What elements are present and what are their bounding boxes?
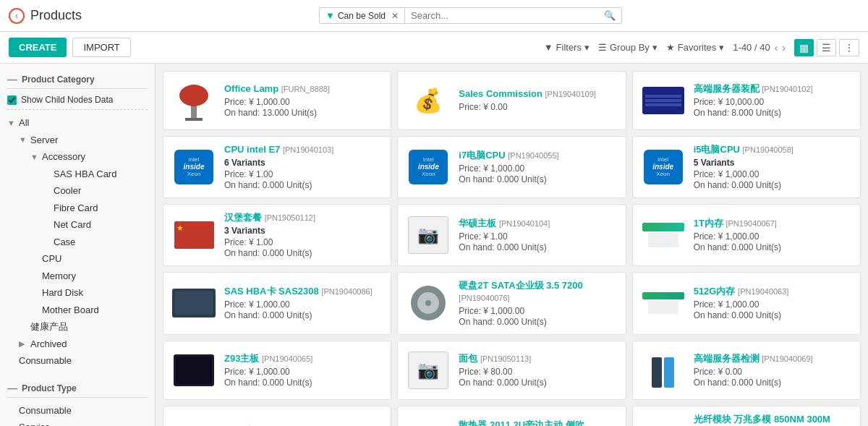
tree-item-health[interactable]: 健康产品 <box>7 318 148 336</box>
star-icon: ★ <box>666 42 675 53</box>
tree-item-mother-board[interactable]: Mother Board <box>7 302 148 319</box>
product-name[interactable]: Office Lamp [FURN_8888] <box>224 83 383 95</box>
product-card[interactable]: intel inside Xeon i5电脑CPU [PN19040058]5 … <box>632 136 861 198</box>
product-card[interactable]: 高端服务器检测 [PN19040069]Price: ¥ 0.00On hand… <box>632 341 861 400</box>
detail-view-button[interactable]: ⋮ <box>839 39 859 56</box>
product-card[interactable]: Office Lamp [FURN_8888]Price: ¥ 1,000.00… <box>163 71 391 130</box>
product-card[interactable]: ★汉堡套餐 [PN19050112]3 VariantsPrice: ¥ 1.0… <box>163 204 391 266</box>
tree-item-accessory[interactable]: ▼ Accessory <box>7 148 148 166</box>
product-card[interactable]: intel inside Xeon CPU intel E7 [PN190401… <box>163 136 391 198</box>
tree-item-net-card[interactable]: Net Card <box>7 216 148 234</box>
prev-page-button[interactable]: ‹ <box>775 42 778 54</box>
product-card[interactable]: 1T内存 [PN19040067]Price: ¥ 1,000.00On han… <box>632 204 861 266</box>
favorites-label: Favorites <box>678 42 716 53</box>
product-card[interactable]: intel inside Xeon i7电脑CPU [PN19040055]Pr… <box>397 136 626 198</box>
tree-item-cooler[interactable]: Cooler <box>7 182 148 200</box>
tree-item-server[interactable]: ▼ Server <box>7 132 148 149</box>
tree-item-sas-hba[interactable]: SAS HBA Card <box>7 166 148 183</box>
tree-label-case: Case <box>54 235 148 250</box>
product-sku: [FURN_8888] <box>281 85 330 93</box>
product-name[interactable]: 光纤模块 万兆多模 850NM 300M [PN19040081] <box>694 414 853 426</box>
active-filter-tag[interactable]: ▼ Can be Sold ✕ <box>319 7 405 24</box>
show-child-checkbox[interactable] <box>7 95 17 105</box>
product-card[interactable]: 光纤模块 万兆多模 850NM 300M [PN19040081]2 Varia… <box>632 406 861 426</box>
filters-label: Filters <box>556 42 582 53</box>
product-card[interactable]: 硬盘2T SATA企业级 3.5 7200 [PN19040076]Price:… <box>397 272 626 335</box>
filters-dropdown[interactable]: ▼ Filters ▾ <box>544 42 590 53</box>
tree-label-mother-board: Mother Board <box>42 303 148 318</box>
product-card[interactable]: 512G内存 [PN19040063]Price: ¥ 1,000.00On h… <box>632 272 861 335</box>
next-page-button[interactable]: › <box>782 42 786 54</box>
product-price: Price: ¥ 1,000.00 <box>694 231 853 242</box>
search-icon[interactable]: 🔍 <box>604 10 616 21</box>
product-name[interactable]: SAS HBA卡 SAS2308 [PN19040086] <box>224 286 383 298</box>
search-box[interactable]: 🔍 <box>405 7 622 24</box>
type-item-service[interactable]: Service <box>7 419 148 426</box>
product-card[interactable]: 📷面包 [PN19050113]Price: ¥ 80.00On hand: 0… <box>397 341 626 400</box>
product-stock: On hand: 0.000 Unit(s) <box>459 242 618 252</box>
product-image: 💰 <box>405 79 451 122</box>
product-sku: [PN19040102] <box>762 85 812 93</box>
product-name[interactable]: 硬盘2T SATA企业级 3.5 7200 [PN19040076] <box>459 280 618 304</box>
product-name[interactable]: 1T内存 [PN19040067] <box>694 218 853 230</box>
tree-item-all[interactable]: ▼ All <box>7 114 148 132</box>
product-name[interactable]: 高端服务器检测 [PN19040069] <box>694 353 853 365</box>
pagination-label: 1-40 / 40 <box>733 42 770 53</box>
product-name[interactable]: 华硕主板 [PN19040104] <box>459 218 618 230</box>
product-name[interactable]: Z93主板 [PN19040065] <box>224 353 383 365</box>
favorites-dropdown[interactable]: ★ Favorites ▾ <box>666 42 724 53</box>
tree-label-hard-disk: Hard Disk <box>42 286 148 300</box>
product-image: intel inside Xeon <box>171 145 217 189</box>
product-card[interactable]: SAS线 8087-4 [PN19040088]Price: ¥ 1,000.0… <box>163 406 391 426</box>
product-card[interactable]: 💰Sales Commission [PN19040109]Price: ¥ 0… <box>397 71 626 130</box>
product-card[interactable]: 🌀散热器 2011 2U旁边主动 侧吹 [PN19040078]Price: ¥… <box>397 406 626 426</box>
product-sku: [PN19040069] <box>762 354 812 363</box>
product-card[interactable]: 高端服务器装配 [PN19040102]Price: ¥ 10,000.00On… <box>632 71 861 130</box>
back-button[interactable]: ‹ <box>9 8 25 24</box>
filter-icon: ▼ <box>326 10 335 21</box>
product-name[interactable]: 汉堡套餐 [PN19050112] <box>224 212 383 224</box>
tree-item-archived[interactable]: ▶ Archived <box>7 336 148 353</box>
product-price: Price: ¥ 10,000.00 <box>694 97 853 107</box>
product-price: Price: ¥ 0.00 <box>459 102 618 112</box>
product-name[interactable]: 512G内存 [PN19040063] <box>694 286 853 298</box>
product-name[interactable]: 高端服务器装配 [PN19040102] <box>694 83 853 95</box>
tree-label-health: 健康产品 <box>30 320 148 334</box>
tree-item-hard-disk[interactable]: Hard Disk <box>7 284 148 302</box>
tree-item-fibre-card[interactable]: Fibre Card <box>7 200 148 217</box>
product-name[interactable]: CPU intel E7 [PN19040103] <box>224 144 383 156</box>
grid-view-button[interactable]: ▦ <box>794 39 814 56</box>
product-sku: [PN19040086] <box>321 287 372 296</box>
product-name[interactable]: i5电脑CPU [PN19040058] <box>694 144 853 156</box>
product-image: 📷 <box>405 349 451 392</box>
tree-item-memory[interactable]: Memory <box>7 268 148 285</box>
action-bar: CREATE IMPORT ▼ Filters ▾ ☰ Group By ▾ ★… <box>0 32 868 64</box>
import-button[interactable]: IMPORT <box>72 38 130 57</box>
product-name[interactable]: 面包 [PN19050113] <box>459 353 618 365</box>
product-image: 📷 <box>405 213 451 257</box>
type-item-consumable[interactable]: Consumable <box>7 402 148 419</box>
product-name[interactable]: 散热器 2011 2U旁边主动 侧吹 [PN19040078] <box>459 419 618 426</box>
create-button[interactable]: CREATE <box>9 38 67 57</box>
tree-item-cpu[interactable]: CPU <box>7 250 148 268</box>
list-view-button[interactable]: ☰ <box>817 39 836 56</box>
product-sku: [PN19040067] <box>726 219 776 228</box>
filter-icon: ▼ <box>544 42 553 53</box>
group-by-dropdown[interactable]: ☰ Group By ▾ <box>598 42 658 53</box>
tree-item-case[interactable]: Case <box>7 234 148 251</box>
product-card[interactable]: 📷华硕主板 [PN19040104]Price: ¥ 1.00On hand: … <box>397 204 626 266</box>
product-card[interactable]: Z93主板 [PN19040065]Price: ¥ 1,000.00On ha… <box>163 341 391 400</box>
tree-toggle-archived: ▶ <box>19 338 30 350</box>
show-child-nodes[interactable]: Show Child Nodes Data <box>7 93 148 110</box>
filter-close-button[interactable]: ✕ <box>388 11 399 21</box>
product-name[interactable]: i7电脑CPU [PN19040055] <box>459 150 618 162</box>
product-type-header: — Product Type <box>7 378 148 398</box>
product-price: Price: ¥ 1.00 <box>224 169 383 179</box>
product-card[interactable]: SAS HBA卡 SAS2308 [PN19040086]Price: ¥ 1,… <box>163 272 391 335</box>
search-input[interactable] <box>411 10 604 21</box>
tree-item-consumable[interactable]: Consumable <box>7 352 148 370</box>
product-name[interactable]: Sales Commission [PN19040109] <box>459 88 618 101</box>
product-image <box>640 421 686 426</box>
groupby-icon: ☰ <box>598 42 607 53</box>
product-info: SAS HBA卡 SAS2308 [PN19040086]Price: ¥ 1,… <box>224 286 383 320</box>
